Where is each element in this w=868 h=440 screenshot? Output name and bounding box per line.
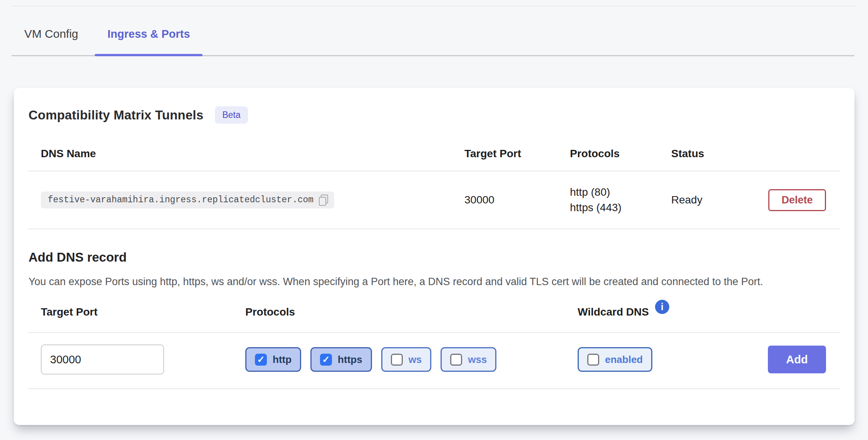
wildcard-enabled-checkbox[interactable]: enabled (578, 347, 652, 372)
protocol-option-label: wss (468, 354, 487, 366)
col-header-status: Status (671, 148, 768, 160)
add-dns-record-heading: Add DNS record (28, 250, 840, 265)
protocol-checkbox-http[interactable]: ✓ http (245, 347, 301, 372)
actions-cell: Delete (768, 189, 840, 211)
wildcard-dns-label-group: Wildcard DNS i (578, 305, 768, 319)
tab-bar: VM Config Ingress & Ports (12, 0, 855, 56)
wildcard-option-label: enabled (605, 354, 643, 366)
checked-checkbox-icon: ✓ (255, 354, 267, 366)
unchecked-checkbox-icon (587, 354, 599, 366)
card-header: Compatibility Matrix Tunnels Beta (14, 88, 855, 124)
add-dns-record-description: You can expose Ports using http, https, … (28, 274, 840, 289)
target-port-input[interactable] (41, 344, 164, 375)
col-header-protocols: Protocols (570, 148, 671, 160)
table-header-row: DNS Name Target Port Protocols Status (28, 134, 840, 171)
copy-icon[interactable] (319, 195, 328, 206)
tab-ingress-ports[interactable]: Ingress & Ports (95, 28, 203, 55)
protocols-cell: http (80) https (443) (570, 185, 671, 215)
col-header-target-port: Target Port (464, 148, 570, 160)
wildcard-dns-cell: enabled (578, 347, 768, 372)
target-port-cell: 30000 (464, 194, 570, 206)
form-labels-row: Target Port Protocols Wildcard DNS i (28, 305, 840, 333)
wildcard-dns-label: Wildcard DNS (578, 306, 649, 318)
info-icon[interactable]: i (655, 300, 669, 314)
unchecked-checkbox-icon (450, 354, 462, 366)
protocol-checkbox-ws[interactable]: ws (381, 347, 432, 372)
target-port-input-cell (28, 344, 245, 375)
protocols-label: Protocols (245, 306, 578, 318)
delete-button[interactable]: Delete (768, 189, 826, 211)
target-port-label: Target Port (28, 306, 245, 318)
protocol-pills: ✓ http ✓ https ws wss (245, 347, 578, 372)
dns-name-value: festive-varahamihira.ingress.replicatedc… (48, 195, 313, 205)
page-title: Compatibility Matrix Tunnels (28, 108, 203, 123)
protocol-http-value: http (80) (570, 185, 671, 200)
unchecked-checkbox-icon (391, 354, 403, 366)
protocol-checkbox-https[interactable]: ✓ https (310, 347, 372, 372)
checked-checkbox-icon: ✓ (320, 354, 332, 366)
form-controls-row: ✓ http ✓ https ws wss enabled Add (28, 333, 840, 389)
tab-vm-config[interactable]: VM Config (12, 27, 91, 55)
protocol-https-value: https (443) (570, 200, 671, 215)
protocol-option-label: http (273, 354, 292, 366)
protocol-option-label: https (338, 354, 362, 366)
protocol-option-label: ws (409, 354, 422, 366)
status-cell: Ready (671, 194, 768, 206)
tunnels-card: Compatibility Matrix Tunnels Beta DNS Na… (14, 88, 855, 425)
dns-name-cell: festive-varahamihira.ingress.replicatedc… (28, 191, 464, 208)
protocol-checkbox-wss[interactable]: wss (441, 347, 496, 372)
add-button[interactable]: Add (768, 346, 826, 373)
beta-badge: Beta (215, 106, 248, 124)
dns-name-pill: festive-varahamihira.ingress.replicatedc… (41, 191, 334, 208)
col-header-dns-name: DNS Name (28, 148, 464, 160)
table-row: festive-varahamihira.ingress.replicatedc… (28, 171, 840, 229)
